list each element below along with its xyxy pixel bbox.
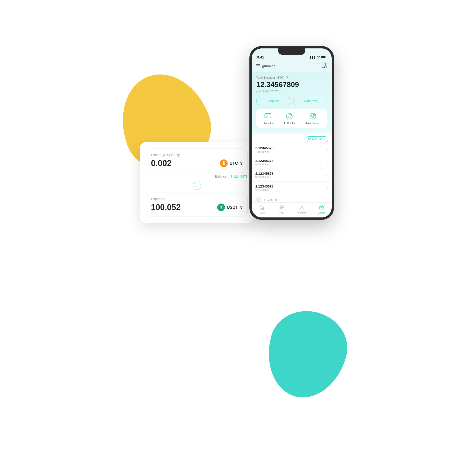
signal-icon: ▌▌▌ xyxy=(310,56,316,59)
autoconvert-icon: ! xyxy=(308,112,317,120)
app-header: guoming ✓ xyxy=(252,61,332,72)
nav-home-label: Home xyxy=(258,212,265,214)
asset-chevron-4: › xyxy=(327,186,328,190)
sort-label: Default Sort xyxy=(308,137,323,141)
balance-label: Balance： xyxy=(215,175,230,178)
asset-left-3: 2.12345678 ¥ 234569.34 xyxy=(255,171,327,179)
asset-cny-1: ¥ 234569.34 xyxy=(255,150,327,153)
svg-text:!: ! xyxy=(314,114,315,116)
total-label: Total Balances (BTC) 👁 xyxy=(256,76,327,79)
asset-chevron-3: › xyxy=(327,173,328,177)
nav-home[interactable]: Home xyxy=(255,205,269,214)
withdraw-button[interactable]: Withdraw xyxy=(293,97,327,105)
coinex-label: To CoinEx xyxy=(284,122,295,124)
history-icon[interactable]: ✓ xyxy=(321,62,327,69)
asset-amount-4: 2.12345678 xyxy=(255,184,327,188)
from-coin-selector[interactable]: ₿ BTC ∨ xyxy=(220,159,243,167)
asset-row-3[interactable]: 2.12345678 ¥ 234569.34 › xyxy=(252,169,332,182)
scene: Exchange Quantity 0.002 ₿ BTC ∨ Balance：… xyxy=(135,33,341,443)
svg-rect-9 xyxy=(265,114,271,118)
assets-icon xyxy=(319,205,324,211)
svg-rect-2 xyxy=(325,56,326,57)
asset-chevron-2: › xyxy=(327,161,328,164)
from-coin-chevron: ∨ xyxy=(240,161,243,166)
swap-arrow[interactable]: ↓ xyxy=(193,182,201,190)
total-cny: ≈ ¥ 12345678.23 xyxy=(256,89,327,93)
usdt-icon: ₮ xyxy=(217,204,225,211)
total-btc: 12.34567809 xyxy=(256,81,327,89)
to-coin-selector[interactable]: ₮ USDT ∨ xyxy=(217,204,243,211)
pool-icon xyxy=(279,205,284,211)
transfer-label: Transfer xyxy=(264,122,273,124)
asset-amount-2: 2.12345678 xyxy=(255,159,327,163)
svg-rect-1 xyxy=(321,56,325,58)
wifi-icon xyxy=(317,55,320,59)
status-icons: ▌▌▌ xyxy=(310,55,326,59)
nav-assets[interactable]: Assets xyxy=(315,205,328,214)
asset-chevron-1: › xyxy=(327,148,328,152)
menu-bar-1 xyxy=(256,64,260,65)
asset-row-1[interactable]: 2.12345678 ¥ 234569.34 › xyxy=(252,143,332,156)
sort-chevron: ∨ xyxy=(323,137,325,141)
svg-point-12 xyxy=(287,113,292,119)
svg-text:?: ? xyxy=(258,199,259,201)
svg-point-26 xyxy=(301,206,302,207)
status-time: 9:41 xyxy=(257,55,264,59)
total-label-text: Total Balances (BTC) xyxy=(256,76,284,79)
svg-point-21 xyxy=(281,206,283,208)
asset-left-4: 2.12345678 ¥ 234569.34 xyxy=(255,184,327,191)
nav-assets-label: Assets xyxy=(318,212,325,214)
workers-icon xyxy=(299,205,304,211)
svg-rect-28 xyxy=(321,207,322,208)
autoconvert-action[interactable]: ! Auto Convet xyxy=(306,112,320,124)
eye-icon[interactable]: 👁 xyxy=(286,76,289,79)
asset-row-4[interactable]: 2.12345678 ¥ 234569.34 › xyxy=(252,182,332,194)
menu-icon[interactable] xyxy=(256,64,260,67)
balance-row: Balance： 3.12345678 xyxy=(146,175,248,179)
quick-actions: Transfer To CoinEx xyxy=(256,109,327,128)
to-coin-label: USDT xyxy=(227,205,238,210)
action-buttons: Deposit Withdraw xyxy=(256,97,327,105)
exchange-card: Exchange Quantity 0.002 ₿ BTC ∨ Balance：… xyxy=(140,142,254,223)
asset-amount-3: 2.12345678 xyxy=(255,171,327,175)
sort-button[interactable]: Default Sort ∨ xyxy=(306,136,328,142)
transfer-icon xyxy=(264,112,273,120)
transfer-action[interactable]: Transfer xyxy=(264,112,273,124)
to-coin-chevron: ∨ xyxy=(240,205,243,210)
content-area: Default Sort ∨ 2.12345678 ¥ 234569.34 › xyxy=(252,134,332,202)
asset-list: 2.12345678 ¥ 234569.34 › 2.12345678 ¥ 23… xyxy=(252,143,332,202)
from-label: Exchange Quantity xyxy=(151,153,243,157)
menu-bar-2 xyxy=(256,66,260,66)
header-left[interactable]: guoming xyxy=(256,64,275,68)
hero-section: Total Balances (BTC) 👁 12.34567809 ≈ ¥ 1… xyxy=(252,72,332,132)
nav-pool[interactable]: Pool xyxy=(275,205,289,214)
svg-text:✓: ✓ xyxy=(325,66,327,68)
from-amount: 0.002 xyxy=(151,158,171,168)
phone-inner: 9:41 ▌▌▌ xyxy=(252,49,332,218)
coinex-action[interactable]: To CoinEx xyxy=(284,112,295,124)
phone-outer: 9:41 ▌▌▌ xyxy=(249,46,334,220)
menu-bar-3 xyxy=(256,67,259,67)
asset-row-2[interactable]: 2.12345678 ¥ 234569.34 › xyxy=(252,156,332,169)
sort-bar: Default Sort ∨ xyxy=(252,134,332,143)
asset-cny-2: ¥ 234569.34 xyxy=(255,163,327,166)
nav-workers-label: Workers xyxy=(297,212,306,214)
battery-icon xyxy=(321,56,326,59)
frozen-icon: ? xyxy=(255,197,262,202)
nav-workers[interactable]: Workers xyxy=(295,205,308,214)
bottom-nav: Home Poo xyxy=(252,202,332,218)
deposit-button[interactable]: Deposit xyxy=(256,97,290,105)
balance-value: 3.12345678 xyxy=(231,175,248,178)
asset-left-2: 2.12345678 ¥ 234569.34 xyxy=(255,159,327,166)
asset-cny-3: ¥ 234569.34 xyxy=(255,176,327,179)
asset-amount-1: 2.12345678 xyxy=(255,146,327,150)
username-label: guoming xyxy=(262,64,275,68)
to-amount: 100.052 xyxy=(151,203,181,212)
svg-rect-10 xyxy=(265,114,271,115)
to-field: Expected 100.052 ₮ USDT ∨ xyxy=(146,193,248,217)
phone-notch xyxy=(278,49,305,55)
btc-icon: ₿ xyxy=(220,159,228,167)
bg-teal-shape xyxy=(258,302,356,406)
frozen-row: ? Frozen：0 xyxy=(252,194,332,202)
nav-pool-label: Pool xyxy=(279,212,284,214)
